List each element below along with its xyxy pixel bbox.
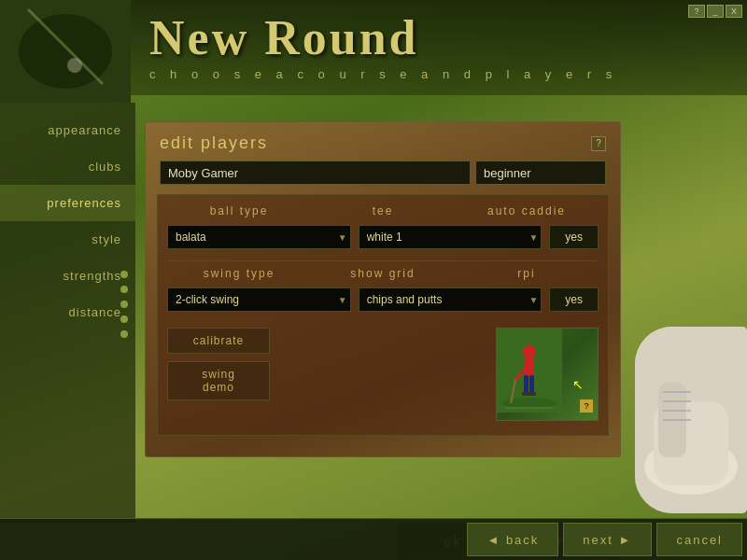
bottom-navigation-bar: ◄ back next ► cancel: [0, 518, 747, 560]
dialog-help-btn[interactable]: ?: [591, 136, 606, 151]
svg-rect-10: [529, 375, 534, 394]
svg-point-7: [523, 345, 536, 358]
section-divider: [167, 260, 599, 261]
sidebar-item-strengths[interactable]: strengths: [0, 258, 135, 294]
tee-wrapper: white 1 white 2 blue 1 ▼: [359, 225, 543, 249]
rpi-label: rpi: [455, 267, 599, 280]
auto-caddie-yes-btn[interactable]: yes: [549, 225, 599, 249]
header-image: [0, 0, 131, 103]
swing-type-wrapper: 2-click swing 3-click swing analog swing…: [167, 287, 351, 312]
ball-type-wrapper: balata two-piece ▼: [167, 225, 351, 249]
ball-type-label: ball type: [167, 204, 311, 217]
back-btn[interactable]: ◄ back: [467, 523, 558, 556]
svg-rect-11: [522, 392, 529, 396]
player-name-input[interactable]: [160, 161, 471, 185]
svg-rect-12: [529, 392, 536, 396]
dialog-title: edit players: [160, 133, 268, 153]
minimize-btn[interactable]: _: [707, 5, 724, 18]
header-title-area: New Round c h o o s e a c o u r s e a n …: [131, 0, 747, 95]
sidebar-item-appearance[interactable]: appearance: [0, 112, 135, 148]
sidebar-item-distance[interactable]: distance: [0, 294, 135, 330]
auto-caddie-label: auto caddie: [455, 204, 599, 217]
swing-type-label: swing type: [167, 267, 311, 280]
ball-type-dropdown[interactable]: balata two-piece: [167, 225, 351, 249]
sidebar-item-preferences[interactable]: preferences: [0, 185, 135, 221]
show-grid-label: show grid: [311, 267, 455, 280]
section1-controls: balata two-piece ▼ white 1 white 2 blue …: [167, 225, 599, 249]
section2-controls: 2-click swing 3-click swing analog swing…: [167, 287, 599, 312]
player-info-row: [146, 161, 620, 194]
sidebar-item-style[interactable]: style: [0, 221, 135, 258]
page-title: New Round: [149, 14, 728, 63]
dialog-header: edit players ?: [146, 122, 620, 161]
nav-dot-5: [120, 330, 128, 338]
swing-type-dropdown[interactable]: 2-click swing 3-click swing analog swing: [167, 287, 351, 312]
preview-help-icon[interactable]: ?: [580, 399, 593, 413]
nav-dot-2: [120, 286, 128, 293]
show-grid-wrapper: chips and putts always never ▼: [359, 287, 543, 312]
golfer-figure: [497, 329, 562, 413]
golf-shoe-decor: [635, 327, 747, 513]
next-btn[interactable]: next ►: [563, 523, 652, 556]
calibrate-btn[interactable]: calibrate: [167, 328, 270, 354]
tee-label: tee: [311, 204, 455, 217]
header: New Round c h o o s e a c o u r s e a n …: [0, 0, 747, 112]
window-controls: ? _ X: [688, 5, 742, 18]
page-subtitle: c h o o s e a c o u r s e a n d p l a y …: [149, 67, 728, 81]
action-buttons-col: calibrate swing demo: [167, 328, 270, 400]
player-level-input[interactable]: [475, 161, 606, 185]
svg-rect-9: [524, 375, 529, 394]
nav-dot-3: [120, 301, 128, 308]
rpi-yes-btn[interactable]: yes: [549, 287, 599, 312]
show-grid-dropdown[interactable]: chips and putts always never: [359, 287, 543, 312]
sidebar-item-clubs[interactable]: clubs: [0, 148, 135, 185]
nav-dot-4: [120, 315, 128, 323]
svg-point-5: [501, 398, 557, 409]
preview-cursor-icon: ↖: [572, 377, 584, 392]
section1-headers: ball type tee auto caddie: [167, 204, 599, 217]
help-window-btn[interactable]: ?: [688, 5, 705, 18]
cancel-btn[interactable]: cancel: [656, 523, 742, 556]
preferences-area: ball type tee auto caddie balata two-pie…: [157, 194, 609, 436]
edit-players-dialog: edit players ? ball type tee auto caddie…: [145, 121, 621, 457]
close-btn[interactable]: X: [726, 5, 742, 18]
bottom-actions-row: calibrate swing demo: [167, 323, 599, 426]
preview-col: ↖ ?: [277, 328, 599, 421]
tee-dropdown[interactable]: white 1 white 2 blue 1: [359, 225, 543, 249]
section2-headers: swing type show grid rpi: [167, 267, 599, 280]
svg-point-3: [67, 58, 82, 73]
left-sidebar: appearance clubs preferences style stren…: [0, 103, 135, 523]
swing-demo-btn[interactable]: swing demo: [167, 361, 270, 400]
golfer-preview: ↖ ?: [496, 328, 599, 421]
nav-dot-1: [120, 271, 128, 278]
